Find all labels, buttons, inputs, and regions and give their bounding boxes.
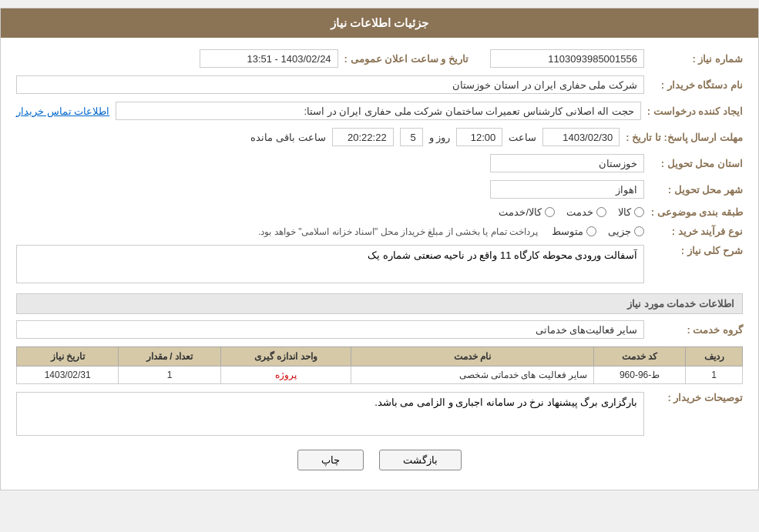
radio-motavaset: متوسط bbox=[552, 226, 596, 237]
tosif-label: توصیحات خریدار : bbox=[650, 392, 743, 403]
col-name: نام خدمت bbox=[351, 347, 594, 366]
goroh-label: گروه خدمت : bbox=[650, 324, 743, 336]
services-table: ردیف کد خدمت نام خدمت واحد اندازه گیری ت… bbox=[16, 346, 743, 384]
cell-tarikh: 1403/02/31 bbox=[17, 366, 119, 384]
mohlat-date: 1403/02/30 bbox=[542, 128, 620, 146]
row-goroh: گروه خدمت : سایر فعالیت‌های خدماتی bbox=[16, 320, 743, 339]
page-wrapper: جزئیات اطلاعات نیاز شماره نیاز : 1103093… bbox=[0, 8, 759, 490]
mohlat-label: مهلت ارسال پاسخ: تا تاریخ : bbox=[626, 132, 743, 143]
radio-khedmat-label: خدمت bbox=[566, 206, 593, 218]
tosif-textarea bbox=[16, 392, 644, 436]
radio-kala: کالا bbox=[618, 206, 644, 218]
cell-vahed: پروژه bbox=[220, 366, 351, 384]
mohlat-roz: 5 bbox=[400, 128, 423, 146]
radio-kala-input[interactable] bbox=[634, 207, 644, 217]
table-row: 1 ط-96-960 سایر فعالیت های خدماتی شخصی پ… bbox=[17, 366, 743, 384]
farayand-note: پرداخت تمام یا بخشی از مبلغ خریداز محل "… bbox=[258, 226, 538, 237]
row-shahr: شهر محل تحویل : اهواز bbox=[16, 180, 743, 199]
dastgah-label: نام دستگاه خریدار : bbox=[650, 79, 743, 91]
radio-motavaset-label: متوسط bbox=[552, 226, 583, 237]
shahr-value: اهواز bbox=[490, 180, 644, 199]
dastgah-value: شرکت ملی حفاری ایران در استان خوزستان bbox=[16, 75, 644, 94]
mohlat-time: 12:00 bbox=[456, 128, 502, 146]
bazgasht-button[interactable]: بازگشت bbox=[379, 450, 462, 470]
shomara-niaz-label: شماره نیاز : bbox=[650, 53, 743, 65]
tabaqe-label: طبقه بندی موضوعی : bbox=[650, 206, 743, 218]
sharh-textarea bbox=[16, 245, 644, 283]
cell-kod: ط-96-960 bbox=[593, 366, 685, 384]
tosif-container bbox=[16, 392, 644, 438]
row-ostan: استان محل تحویل : خوزستان bbox=[16, 154, 743, 172]
mohlat-saat-label: ساعت bbox=[509, 132, 536, 143]
sharh-label: شرح کلی نیاز : bbox=[650, 245, 743, 256]
radio-jozi-label: جزیی bbox=[608, 226, 631, 237]
col-radif: ردیف bbox=[686, 347, 743, 366]
khadamat-section-title: اطلاعات خدمات مورد نیاز bbox=[16, 293, 743, 314]
ostan-label: استان محل تحویل : bbox=[650, 158, 743, 169]
col-tarikh: تاریخ نیاز bbox=[17, 347, 119, 366]
content-area: شماره نیاز : 1103093985001556 تاریخ و سا… bbox=[1, 38, 758, 490]
row-dastgah: نام دستگاه خریدار : شرکت ملی حفاری ایران… bbox=[16, 75, 743, 94]
mohlat-time2: 20:22:22 bbox=[332, 128, 394, 146]
cell-name: سایر فعالیت های خدماتی شخصی bbox=[351, 366, 594, 384]
page-title: جزئیات اطلاعات نیاز bbox=[331, 16, 428, 29]
row-ijad: ایجاد کننده درخواست : حجت اله اصلانی کار… bbox=[16, 102, 743, 120]
chap-button[interactable]: چاپ bbox=[297, 450, 364, 470]
row-tosif: توصیحات خریدار : bbox=[16, 392, 743, 438]
col-tedad: تعداد / مقدار bbox=[119, 347, 220, 366]
ijad-link[interactable]: اطلاعات تماس خریدار bbox=[16, 105, 109, 117]
mohlat-roz-label: روز و bbox=[429, 132, 451, 143]
radio-kala-khedmat-input[interactable] bbox=[545, 207, 555, 217]
cell-tedad: 1 bbox=[119, 366, 220, 384]
page-header: جزئیات اطلاعات نیاز bbox=[1, 8, 758, 38]
shomara-niaz-value: 1103093985001556 bbox=[490, 49, 644, 68]
radio-kala-label: کالا bbox=[618, 206, 631, 218]
sharh-container bbox=[16, 245, 644, 286]
ijad-label: ایجاد کننده درخواست : bbox=[647, 105, 743, 117]
row-tabaqe: طبقه بندی موضوعی : کالا خدمت کالا/خدمت bbox=[16, 206, 743, 218]
ijad-value: حجت اله اصلانی کارشناس تعمیرات ساختمان ش… bbox=[116, 102, 641, 120]
cell-radif: 1 bbox=[686, 366, 743, 384]
baqi-label: ساعت باقی مانده bbox=[250, 132, 325, 143]
row-sharh: شرح کلی نیاز : bbox=[16, 245, 743, 286]
button-row: بازگشت چاپ bbox=[16, 450, 743, 470]
row-mohlat: مهلت ارسال پاسخ: تا تاریخ : 1403/02/30 س… bbox=[16, 128, 743, 146]
goroh-value: سایر فعالیت‌های خدماتی bbox=[16, 320, 644, 339]
ostan-value: خوزستان bbox=[490, 154, 644, 172]
radio-motavaset-input[interactable] bbox=[586, 226, 596, 236]
radio-jozi-input[interactable] bbox=[634, 226, 644, 236]
shahr-label: شهر محل تحویل : bbox=[650, 184, 743, 196]
col-kod: کد خدمت bbox=[593, 347, 685, 366]
radio-kala-khedmat-label: کالا/خدمت bbox=[499, 206, 542, 218]
radio-khedmat-input[interactable] bbox=[596, 207, 606, 217]
tabaqe-radio-group: کالا خدمت کالا/خدمت bbox=[499, 206, 644, 218]
radio-kala-khedmat: کالا/خدمت bbox=[499, 206, 555, 218]
radio-jozi: جزیی bbox=[608, 226, 644, 237]
tarikh-label: تاریخ و ساعت اعلان عمومی : bbox=[344, 53, 468, 65]
col-vahed: واحد اندازه گیری bbox=[220, 347, 351, 366]
farayand-label: نوع فرآیند خرید : bbox=[650, 226, 743, 237]
tarikh-value: 1403/02/24 - 13:51 bbox=[200, 49, 338, 68]
farayand-radio-group: جزیی متوسط bbox=[552, 226, 644, 237]
row-farayand: نوع فرآیند خرید : جزیی متوسط پرداخت تمام… bbox=[16, 226, 743, 237]
radio-khedmat: خدمت bbox=[566, 206, 606, 218]
services-table-section: ردیف کد خدمت نام خدمت واحد اندازه گیری ت… bbox=[16, 346, 743, 384]
row-shomara: شماره نیاز : 1103093985001556 تاریخ و سا… bbox=[16, 49, 743, 68]
